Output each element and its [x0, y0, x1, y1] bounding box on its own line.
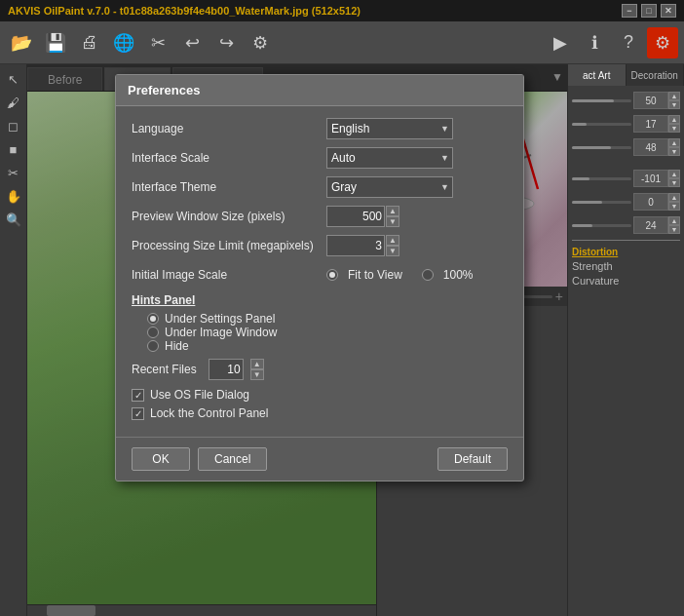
- ok-button[interactable]: OK: [132, 447, 190, 471]
- web-icon[interactable]: 🌐: [108, 27, 139, 58]
- hundred-pct-radio[interactable]: [422, 269, 434, 281]
- recent-files-value[interactable]: 10: [209, 359, 244, 380]
- panel-tab-decoration[interactable]: Decoration: [627, 64, 685, 86]
- spinbox-value-4[interactable]: 0: [633, 193, 668, 211]
- spinbox-up-4[interactable]: ▲: [668, 193, 680, 202]
- preferences-icon[interactable]: ⚙: [647, 27, 678, 58]
- preferences-dialog: Preferences Language English ▼: [115, 74, 524, 481]
- cursor-tool[interactable]: ↖: [3, 68, 24, 90]
- spinbox-value-0[interactable]: 50: [633, 92, 668, 109]
- panel-separator: [572, 240, 680, 241]
- slider-track-0[interactable]: [572, 99, 631, 102]
- spinbox-value-5[interactable]: 24: [633, 216, 668, 234]
- processing-limit-value[interactable]: 3: [326, 235, 385, 256]
- hints-under-settings-label: Under Settings Panel: [165, 312, 275, 326]
- spinbox-down-0[interactable]: ▼: [668, 100, 680, 109]
- interface-theme-select[interactable]: Gray: [326, 176, 453, 198]
- spinbox-value-3[interactable]: -101: [633, 170, 668, 187]
- slider-row-1: 17 ▲ ▼: [572, 115, 680, 133]
- interface-scale-select-wrapper: Auto ▼: [326, 147, 453, 169]
- hints-hide-radio[interactable]: [147, 340, 159, 352]
- processing-limit-up[interactable]: ▲: [386, 235, 399, 246]
- fit-to-view-radio[interactable]: [326, 269, 338, 281]
- help-icon[interactable]: ?: [613, 27, 644, 58]
- minimize-button[interactable]: −: [622, 4, 637, 18]
- slider-track-1[interactable]: [572, 123, 631, 126]
- slider-track-4[interactable]: [572, 201, 631, 204]
- preview-size-row: Preview Window Size (pixels) 500 ▲ ▼: [132, 206, 508, 227]
- hand-tool[interactable]: ✋: [3, 185, 24, 207]
- slider-fill-0: [572, 99, 614, 102]
- info-icon[interactable]: ℹ: [579, 27, 610, 58]
- default-button[interactable]: Default: [437, 447, 508, 471]
- processing-limit-down[interactable]: ▼: [386, 246, 399, 256]
- processing-limit-control: 3 ▲ ▼: [326, 235, 508, 256]
- spinbox-2: 48 ▲ ▼: [633, 138, 680, 156]
- cut-icon[interactable]: ✂: [142, 27, 173, 58]
- footer-left-buttons: OK Cancel: [132, 447, 267, 471]
- interface-theme-select-wrapper: Gray ▼: [326, 176, 453, 198]
- slider-track-2[interactable]: [572, 146, 631, 149]
- interface-theme-row: Interface Theme Gray ▼: [132, 176, 508, 198]
- undo-icon[interactable]: ↩: [176, 27, 208, 58]
- slider-track-5[interactable]: [572, 224, 631, 227]
- recent-files-up[interactable]: ▲: [250, 359, 264, 369]
- recent-files-row: Recent Files 10 ▲ ▼: [132, 359, 508, 380]
- panel-content: 50 ▲ ▼ 17 ▲ ▼: [568, 86, 684, 616]
- spinbox-down-1[interactable]: ▼: [668, 124, 680, 133]
- spinbox-up-3[interactable]: ▲: [668, 170, 680, 178]
- fit-to-view-label: Fit to View: [348, 268, 402, 282]
- spinbox-down-3[interactable]: ▼: [668, 178, 680, 187]
- hints-hide-row: Hide: [147, 339, 508, 353]
- spinbox-up-5[interactable]: ▲: [668, 216, 680, 225]
- main-area: ↖ 🖌 ◻ ■ ✂ ✋ 🔍 Before After Navigator ▼: [0, 64, 684, 616]
- spinbox-arrows-5: ▲ ▼: [668, 216, 680, 234]
- slider-row-0: 50 ▲ ▼: [572, 92, 680, 109]
- brush-tool[interactable]: 🖌: [3, 92, 24, 113]
- open-file-icon[interactable]: 📂: [6, 27, 37, 58]
- preview-size-down[interactable]: ▼: [386, 216, 399, 227]
- settings-icon[interactable]: ⚙: [245, 27, 276, 58]
- spinbox-down-2[interactable]: ▼: [668, 147, 680, 156]
- processing-limit-label: Processing Size Limit (megapixels): [132, 239, 326, 252]
- initial-scale-control: Fit to View 100%: [326, 268, 508, 282]
- interface-scale-select[interactable]: Auto: [326, 147, 453, 169]
- color-tool[interactable]: ■: [3, 138, 24, 160]
- crop-tool[interactable]: ✂: [3, 162, 24, 183]
- redo-icon[interactable]: ↪: [210, 27, 242, 58]
- hints-hide-label: Hide: [165, 339, 189, 353]
- spinbox-arrows-2: ▲ ▼: [668, 138, 680, 156]
- spinbox-value-2[interactable]: 48: [633, 138, 668, 156]
- use-os-dialog-checkbox[interactable]: ✓: [132, 389, 144, 402]
- play-icon[interactable]: ▶: [545, 27, 576, 58]
- distortion-title: Distortion: [572, 247, 680, 257]
- language-select[interactable]: English: [326, 118, 453, 139]
- hints-under-image-radio[interactable]: [147, 327, 159, 338]
- maximize-button[interactable]: □: [641, 4, 657, 18]
- main-toolbar: 📂 💾 🖨 🌐 ✂ ↩ ↪ ⚙ ▶ ℹ ? ⚙: [0, 21, 684, 64]
- save-icon[interactable]: 💾: [40, 27, 71, 58]
- preview-size-up[interactable]: ▲: [386, 206, 399, 216]
- cancel-button[interactable]: Cancel: [198, 447, 267, 471]
- spinbox-value-1[interactable]: 17: [633, 115, 668, 133]
- eraser-tool[interactable]: ◻: [3, 115, 24, 136]
- toolbar-right: ▶ ℹ ? ⚙: [545, 27, 678, 58]
- spinbox-up-0[interactable]: ▲: [668, 92, 680, 100]
- slider-track-3[interactable]: [572, 177, 631, 180]
- recent-files-arrows: ▲ ▼: [250, 359, 264, 380]
- spinbox-down-4[interactable]: ▼: [668, 202, 680, 211]
- close-button[interactable]: ✕: [661, 4, 676, 18]
- preview-size-value[interactable]: 500: [326, 206, 385, 227]
- strength-label: Strength: [572, 260, 680, 272]
- panel-tab-abstract-art[interactable]: act Art: [568, 64, 627, 86]
- lock-control-checkbox[interactable]: ✓: [132, 407, 144, 420]
- print-icon[interactable]: 🖨: [74, 27, 105, 58]
- spinbox-up-2[interactable]: ▲: [668, 138, 680, 147]
- recent-files-down[interactable]: ▼: [250, 369, 264, 380]
- hints-under-settings-radio[interactable]: [147, 313, 159, 325]
- spinbox-1: 17 ▲ ▼: [633, 115, 680, 133]
- zoom-tool[interactable]: 🔍: [3, 209, 24, 230]
- spinbox-arrows-0: ▲ ▼: [668, 92, 680, 109]
- spinbox-up-1[interactable]: ▲: [668, 115, 680, 124]
- spinbox-down-5[interactable]: ▼: [668, 225, 680, 234]
